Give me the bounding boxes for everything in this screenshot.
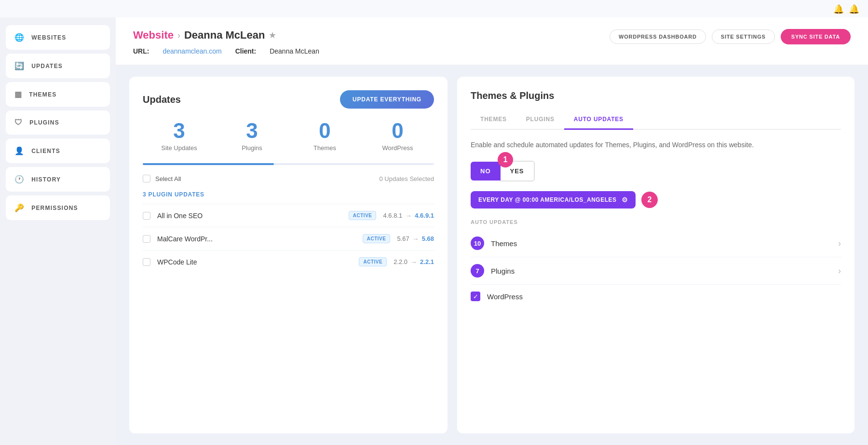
url-value[interactable]: deannamclean.com xyxy=(163,47,221,55)
stat-number-site: 3 xyxy=(143,120,216,141)
user-icon: 👤 xyxy=(14,146,25,155)
updates-title: Updates xyxy=(143,94,181,105)
select-row: Select All 0 Updates Selected xyxy=(143,175,434,182)
sidebar-item-history[interactable]: 🕐 HISTORY xyxy=(6,167,110,192)
breadcrumb-website[interactable]: Website xyxy=(133,29,174,42)
themes-count-badge: 10 xyxy=(471,236,484,250)
sidebar: 🌐 WEBSITES 🔄 UPDATES ▦ THEMES 🛡 PLUGINS … xyxy=(0,17,116,445)
version-to-1: 5.68 xyxy=(422,235,434,242)
schedule-row: EVERY DAY @ 00:00 AMERICA/LOS_ANGELES ⚙ … xyxy=(471,191,841,209)
star-icon[interactable]: ★ xyxy=(269,30,276,41)
auto-item-themes[interactable]: 10 Themes › xyxy=(471,230,841,257)
arrow-icon-2: → xyxy=(410,258,417,266)
wordpress-dashboard-button[interactable]: WORDPRESS DASHBOARD xyxy=(610,29,706,44)
site-settings-button[interactable]: SITE SETTINGS xyxy=(712,29,775,44)
plugin-check-0[interactable] xyxy=(143,212,150,220)
notification-icon[interactable]: 🔔 xyxy=(849,4,858,14)
version-from-0: 4.6.8.1 xyxy=(383,212,402,219)
sidebar-label-updates: UPDATES xyxy=(31,63,63,70)
stat-label-plugins: Plugins xyxy=(216,144,288,152)
wordpress-row: ✓ WordPress xyxy=(471,285,841,308)
client-label: Client: xyxy=(235,47,257,55)
plugin-row-2: WPCode Lite ACTIVE 2.2.0 → 2.2.1 xyxy=(143,250,434,273)
schedule-pill[interactable]: EVERY DAY @ 00:00 AMERICA/LOS_ANGELES ⚙ xyxy=(471,191,636,209)
toggle-no-button[interactable]: NO xyxy=(471,162,501,181)
tab-themes[interactable]: THEMES xyxy=(471,111,516,130)
layout-icon: ▦ xyxy=(14,90,22,99)
plugin-badge-0: ACTIVE xyxy=(349,211,377,220)
sidebar-item-websites[interactable]: 🌐 WEBSITES xyxy=(6,25,110,50)
themes-chevron-icon: › xyxy=(838,238,841,249)
plugin-name-2: WPCode Lite xyxy=(157,258,352,266)
arrow-icon-0: → xyxy=(405,212,412,220)
tab-auto-updates[interactable]: AUTO UPDATES xyxy=(564,111,633,130)
themes-plugins-panel: Themes & Plugins THEMES PLUGINS AUTO UPD… xyxy=(457,77,854,433)
plugin-badge-1: ACTIVE xyxy=(363,234,391,243)
stat-number-themes: 0 xyxy=(288,120,361,141)
toggle-row: NO YES 1 xyxy=(471,161,841,181)
sidebar-item-themes[interactable]: ▦ THEMES xyxy=(6,82,110,107)
sidebar-item-permissions[interactable]: 🔑 PERMISSIONS xyxy=(6,195,110,220)
sidebar-item-clients[interactable]: 👤 CLIENTS xyxy=(6,139,110,163)
plugin-row-1: MalCare WordPr... ACTIVE 5.67 → 5.68 xyxy=(143,227,434,250)
updates-panel: Updates UPDATE EVERYTHING 3 Site Updates… xyxy=(129,77,448,433)
sidebar-label-themes: THEMES xyxy=(29,91,56,98)
header-actions: WORDPRESS DASHBOARD SITE SETTINGS SYNC S… xyxy=(610,29,851,44)
auto-updates-description: Enable and schedule automated updates fo… xyxy=(471,139,841,150)
sidebar-label-plugins: PLUGINS xyxy=(29,119,59,126)
breadcrumb: Website › Deanna McLean ★ xyxy=(133,29,319,42)
sync-site-data-button[interactable]: SYNC SITE DATA xyxy=(781,29,851,44)
version-to-2: 2.2.1 xyxy=(420,258,434,265)
sidebar-label-websites: WEBSITES xyxy=(31,34,66,41)
sidebar-item-updates[interactable]: 🔄 UPDATES xyxy=(6,54,110,78)
tab-plugins[interactable]: PLUGINS xyxy=(516,111,564,130)
stat-plugins: 3 Plugins xyxy=(216,120,288,152)
wordpress-checkbox[interactable]: ✓ xyxy=(471,292,480,301)
breadcrumb-chevron: › xyxy=(177,30,180,41)
gear-icon: ⚙ xyxy=(622,196,628,204)
shield-icon: 🛡 xyxy=(14,118,23,127)
stats-row: 3 Site Updates 3 Plugins 0 Themes 0 Word… xyxy=(143,120,434,152)
clock-icon: 🕐 xyxy=(14,175,25,184)
progress-bar-container xyxy=(143,163,434,165)
progress-bar-fill xyxy=(143,163,274,165)
updates-selected: 0 Updates Selected xyxy=(380,175,434,182)
stat-label-themes: Themes xyxy=(288,144,361,152)
bell-icon[interactable]: 🔔 xyxy=(833,4,843,14)
sidebar-label-clients: CLIENTS xyxy=(31,148,60,154)
sidebar-item-plugins[interactable]: 🛡 PLUGINS xyxy=(6,111,110,135)
plugin-name-0: All in One SEO xyxy=(157,212,342,220)
stat-number-plugins: 3 xyxy=(216,120,288,141)
plugin-name-1: MalCare WordPr... xyxy=(157,235,356,243)
stat-label-wordpress: WordPress xyxy=(361,144,434,152)
url-label: URL: xyxy=(133,47,149,55)
updates-header: Updates UPDATE EVERYTHING xyxy=(143,90,434,109)
stat-site-updates: 3 Site Updates xyxy=(143,120,216,152)
auto-updates-section-label: AUTO UPDATES xyxy=(471,219,841,225)
stat-wordpress: 0 WordPress xyxy=(361,120,434,152)
auto-item-plugins-label: Plugins xyxy=(491,267,838,275)
auto-item-themes-label: Themes xyxy=(491,239,838,248)
panel-title: Themes & Plugins xyxy=(471,90,841,101)
update-everything-button[interactable]: UPDATE EVERYTHING xyxy=(340,90,434,109)
plugin-check-2[interactable] xyxy=(143,258,150,266)
stat-themes: 0 Themes xyxy=(288,120,361,152)
select-all-label: Select All xyxy=(155,175,181,182)
select-all-checkbox[interactable]: Select All xyxy=(143,175,181,182)
key-icon: 🔑 xyxy=(14,203,25,212)
schedule-text: EVERY DAY @ 00:00 AMERICA/LOS_ANGELES xyxy=(478,196,617,203)
refresh-icon: 🔄 xyxy=(14,61,25,70)
plugin-badge-2: ACTIVE xyxy=(359,257,387,266)
client-value: Deanna McLean xyxy=(270,47,319,55)
wordpress-label: WordPress xyxy=(487,292,841,301)
select-all-check[interactable] xyxy=(143,175,150,182)
sidebar-label-history: HISTORY xyxy=(31,176,61,183)
body-panels: Updates UPDATE EVERYTHING 3 Site Updates… xyxy=(116,65,868,445)
version-info-2: 2.2.0 → 2.2.1 xyxy=(393,258,434,266)
header-left: Website › Deanna McLean ★ URL: deannamcl… xyxy=(133,29,319,55)
plugin-updates-label: 3 PLUGIN UPDATES xyxy=(143,191,434,198)
plugin-check-1[interactable] xyxy=(143,235,150,243)
plugin-row-0: All in One SEO ACTIVE 4.6.8.1 → 4.6.9.1 xyxy=(143,204,434,227)
auto-item-plugins[interactable]: 7 Plugins › xyxy=(471,257,841,285)
version-info-1: 5.67 → 5.68 xyxy=(397,235,434,243)
